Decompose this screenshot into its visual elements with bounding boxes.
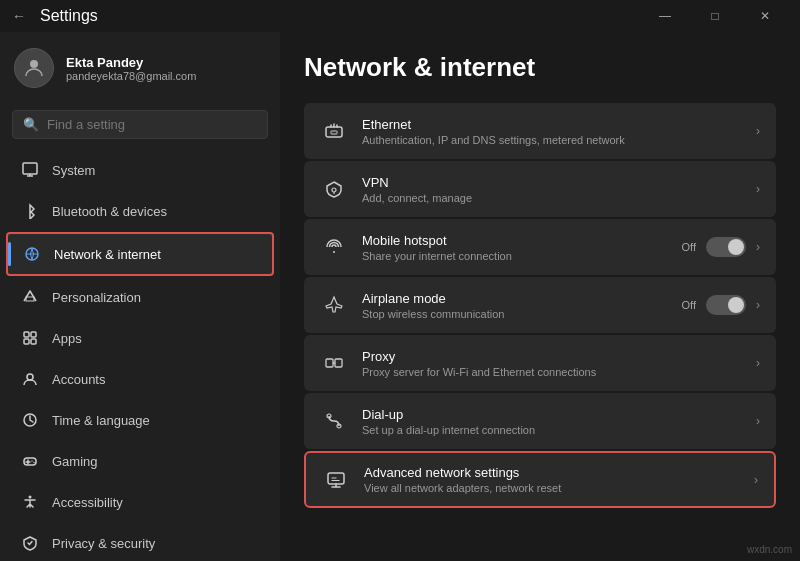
sidebar-item-label: Network & internet [54, 247, 161, 262]
airplane-mode-right: Off› [682, 295, 760, 315]
advanced-network-subtitle: View all network adapters, network reset [364, 482, 740, 494]
airplane-mode-title: Airplane mode [362, 291, 668, 306]
sidebar-item-accounts[interactable]: Accounts [6, 359, 274, 399]
search-input[interactable] [47, 117, 257, 132]
page-title: Network & internet [304, 52, 776, 83]
airplane-mode-icon [320, 291, 348, 319]
accessibility-icon [20, 492, 40, 512]
proxy-text: ProxyProxy server for Wi-Fi and Ethernet… [362, 349, 742, 378]
mobile-hotspot-icon [320, 233, 348, 261]
privacy-icon [20, 533, 40, 553]
titlebar-title: Settings [40, 7, 98, 25]
settings-item-proxy[interactable]: ProxyProxy server for Wi-Fi and Ethernet… [304, 335, 776, 391]
avatar [14, 48, 54, 88]
search-icon: 🔍 [23, 117, 39, 132]
ethernet-icon [320, 117, 348, 145]
sidebar-item-bluetooth[interactable]: Bluetooth & devices [6, 191, 274, 231]
sidebar-item-time[interactable]: Time & language [6, 400, 274, 440]
mobile-hotspot-toggle-label: Off [682, 241, 696, 253]
proxy-subtitle: Proxy server for Wi-Fi and Ethernet conn… [362, 366, 742, 378]
sidebar-item-gaming[interactable]: Gaming [6, 441, 274, 481]
settings-item-airplane-mode[interactable]: Airplane modeStop wireless communication… [304, 277, 776, 333]
ethernet-right: › [756, 124, 760, 138]
settings-item-dial-up[interactable]: Dial-upSet up a dial-up internet connect… [304, 393, 776, 449]
nav-items: SystemBluetooth & devicesNetwork & inter… [0, 149, 280, 561]
svg-point-17 [333, 251, 335, 253]
sidebar-item-network[interactable]: Network & internet [6, 232, 274, 276]
svg-point-0 [30, 60, 38, 68]
network-icon [22, 244, 42, 264]
sidebar: Ekta Pandey pandeyekta78@gmail.com 🔍 Sys… [0, 32, 280, 561]
vpn-right: › [756, 182, 760, 196]
sidebar-item-label: Gaming [52, 454, 98, 469]
advanced-network-icon [322, 466, 350, 494]
apps-icon [20, 328, 40, 348]
accounts-icon [20, 369, 40, 389]
sidebar-item-accessibility[interactable]: Accessibility [6, 482, 274, 522]
mobile-hotspot-title: Mobile hotspot [362, 233, 668, 248]
settings-item-ethernet[interactable]: EthernetAuthentication, IP and DNS setti… [304, 103, 776, 159]
gaming-icon [20, 451, 40, 471]
sidebar-item-personalization[interactable]: Personalization [6, 277, 274, 317]
ethernet-text: EthernetAuthentication, IP and DNS setti… [362, 117, 742, 146]
svg-rect-15 [331, 131, 337, 134]
time-icon [20, 410, 40, 430]
minimize-button[interactable]: — [642, 0, 688, 32]
svg-rect-6 [24, 339, 29, 344]
settings-item-mobile-hotspot[interactable]: Mobile hotspotShare your internet connec… [304, 219, 776, 275]
dial-up-subtitle: Set up a dial-up internet connection [362, 424, 742, 436]
svg-rect-3 [26, 297, 34, 301]
maximize-button[interactable]: □ [692, 0, 738, 32]
user-email: pandeyekta78@gmail.com [66, 70, 196, 82]
sidebar-item-label: Apps [52, 331, 82, 346]
vpn-text: VPNAdd, connect, manage [362, 175, 742, 204]
search-box[interactable]: 🔍 [12, 110, 268, 139]
search-container: 🔍 [0, 104, 280, 149]
svg-rect-19 [335, 359, 342, 367]
proxy-title: Proxy [362, 349, 742, 364]
sidebar-item-label: Accessibility [52, 495, 123, 510]
svg-point-16 [332, 188, 336, 192]
svg-rect-7 [31, 339, 36, 344]
airplane-mode-toggle[interactable] [706, 295, 746, 315]
airplane-mode-toggle-label: Off [682, 299, 696, 311]
dial-up-icon [320, 407, 348, 435]
user-profile[interactable]: Ekta Pandey pandeyekta78@gmail.com [0, 32, 280, 104]
sidebar-item-label: Time & language [52, 413, 150, 428]
settings-item-advanced-network[interactable]: Advanced network settingsView all networ… [304, 451, 776, 508]
settings-list: EthernetAuthentication, IP and DNS setti… [304, 103, 776, 508]
sidebar-item-label: System [52, 163, 95, 178]
sidebar-item-system[interactable]: System [6, 150, 274, 190]
system-icon [20, 160, 40, 180]
app-body: Ekta Pandey pandeyekta78@gmail.com 🔍 Sys… [0, 32, 800, 561]
user-info: Ekta Pandey pandeyekta78@gmail.com [66, 55, 196, 82]
sidebar-item-label: Bluetooth & devices [52, 204, 167, 219]
titlebar-left: ← Settings [12, 7, 98, 25]
sidebar-item-label: Accounts [52, 372, 105, 387]
airplane-mode-chevron: › [756, 298, 760, 312]
vpn-title: VPN [362, 175, 742, 190]
vpn-icon [320, 175, 348, 203]
vpn-subtitle: Add, connect, manage [362, 192, 742, 204]
airplane-mode-subtitle: Stop wireless communication [362, 308, 668, 320]
sidebar-item-privacy[interactable]: Privacy & security [6, 523, 274, 561]
sidebar-item-label: Privacy & security [52, 536, 155, 551]
watermark: wxdn.com [747, 544, 792, 555]
settings-item-vpn[interactable]: VPNAdd, connect, manage› [304, 161, 776, 217]
bluetooth-icon [20, 201, 40, 221]
dial-up-title: Dial-up [362, 407, 742, 422]
close-button[interactable]: ✕ [742, 0, 788, 32]
airplane-mode-text: Airplane modeStop wireless communication [362, 291, 668, 320]
proxy-icon [320, 349, 348, 377]
mobile-hotspot-toggle[interactable] [706, 237, 746, 257]
svg-point-11 [31, 460, 32, 461]
svg-rect-4 [24, 332, 29, 337]
back-button[interactable]: ← [12, 8, 26, 24]
mobile-hotspot-text: Mobile hotspotShare your internet connec… [362, 233, 668, 262]
main-content: Network & internet EthernetAuthenticatio… [280, 32, 800, 561]
mobile-hotspot-right: Off› [682, 237, 760, 257]
sidebar-item-apps[interactable]: Apps [6, 318, 274, 358]
ethernet-chevron: › [756, 124, 760, 138]
dial-up-chevron: › [756, 414, 760, 428]
svg-rect-5 [31, 332, 36, 337]
